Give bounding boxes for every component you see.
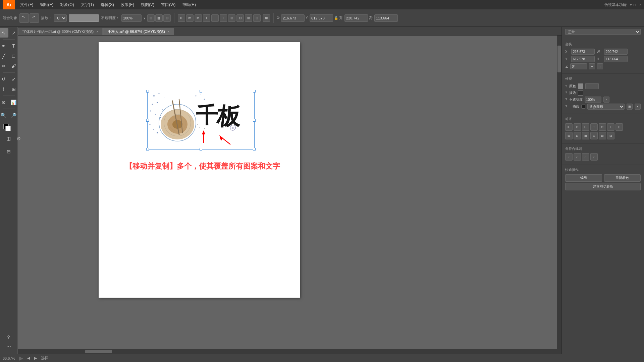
brush-tool[interactable]: 🖌 <box>9 61 18 71</box>
align-h-right[interactable]: ⊫ <box>195 14 202 22</box>
h-coord-input[interactable] <box>374 14 398 22</box>
dist-h-btn[interactable]: ⊞ <box>565 132 573 139</box>
menu-type[interactable]: 文字(T) <box>78 1 97 8</box>
line-tool[interactable]: ╱ <box>0 51 8 61</box>
group-btn[interactable]: 编组 <box>565 174 602 182</box>
tab-1[interactable]: 字体设计作品一组.ai @ 300% (CMYK/预览) × <box>18 28 103 35</box>
align-btn-2[interactable]: ▦ <box>155 14 163 22</box>
opacity-input[interactable] <box>121 14 142 22</box>
tab-1-close[interactable]: × <box>96 30 98 34</box>
zoom-tool[interactable]: 🔎 <box>9 111 18 120</box>
menu-object[interactable]: 对象(O) <box>57 1 76 8</box>
handle-ml[interactable] <box>146 119 149 122</box>
corner-btn-2[interactable]: ⌐ <box>574 153 581 161</box>
align-btn-3[interactable]: ⊟ <box>163 14 171 22</box>
align-center-v-btn[interactable]: ⊨ <box>599 123 606 131</box>
stroke-settings-btn[interactable]: ⊞ <box>627 104 633 110</box>
grid-btn[interactable]: ⊞ <box>263 14 270 22</box>
handle-mr[interactable] <box>253 119 256 122</box>
type-tool[interactable]: T <box>9 41 18 51</box>
align-v-center[interactable]: ⊥ <box>211 14 219 22</box>
dist-extra1-btn[interactable]: ⊞ <box>582 132 589 139</box>
stroke-preset-select[interactable]: 5 点圆形 <box>587 104 625 110</box>
tab-2-close[interactable]: × <box>168 30 170 34</box>
scale-tool[interactable]: ⤢ <box>9 74 18 84</box>
warp-tool[interactable]: ⌇ <box>0 84 8 94</box>
select-tool[interactable]: ↖ <box>0 28 8 38</box>
toolbar-color-input[interactable] <box>69 14 99 22</box>
tab-2[interactable]: 千板人.ai* @ 66.67% (CMYK/预览) × <box>103 28 174 35</box>
pen-tool[interactable]: ✒ <box>0 41 8 51</box>
opacity-value-input[interactable] <box>585 97 601 103</box>
handle-tl[interactable] <box>146 90 149 93</box>
transform-h-input[interactable] <box>604 56 628 62</box>
y-coord-input[interactable] <box>310 14 333 22</box>
dist-extra4-btn[interactable]: ⊟ <box>607 132 614 139</box>
handle-tm[interactable] <box>200 90 202 93</box>
direct-select-tool[interactable]: ↗ <box>9 28 18 38</box>
extra-tool-btn[interactable]: ⋯ <box>4 342 13 351</box>
select-mode-btn[interactable]: ↖ <box>19 13 29 23</box>
corner-btn-3[interactable]: ⌐ <box>582 153 589 161</box>
chart-tool[interactable]: 📊 <box>9 98 18 107</box>
align-center-h-btn[interactable]: ⊫ <box>574 123 581 131</box>
clipping-mask-btn[interactable]: 建立剪切蒙版 <box>565 183 641 190</box>
align-extra2[interactable]: ⊟ <box>253 14 261 22</box>
stroke-color[interactable] <box>5 126 11 131</box>
flip-v-btn[interactable]: ↕ <box>597 63 603 69</box>
transform-angle-input[interactable] <box>570 63 587 69</box>
w-coord-input[interactable] <box>344 14 368 22</box>
artwork-container[interactable]: 千 板 © <box>147 91 255 149</box>
corner-btn-1[interactable]: ⌐ <box>565 153 573 161</box>
fill-swatch[interactable] <box>578 83 583 89</box>
vertical-scrollbar[interactable] <box>557 36 561 354</box>
free-transform-tool[interactable]: ⊞ <box>9 84 18 94</box>
flip-h-btn[interactable]: ↔ <box>589 63 595 69</box>
handle-bl[interactable] <box>146 148 149 150</box>
color-mode-btn[interactable]: □ <box>0 134 3 143</box>
align-right-btn[interactable]: ⊩ <box>582 123 589 131</box>
menu-file[interactable]: 文件(F) <box>17 1 36 8</box>
dist-extra3-btn[interactable]: ⊞ <box>599 132 606 139</box>
gradient-mode-btn[interactable]: ◫ <box>4 134 13 143</box>
align-v-top[interactable]: ⊤ <box>203 14 210 22</box>
x-coord-input[interactable] <box>281 14 305 22</box>
align-h-left[interactable]: ⊪ <box>178 14 185 22</box>
symbol-tool[interactable]: ⊛ <box>0 98 8 107</box>
align-h-center[interactable]: ⊫ <box>186 14 194 22</box>
pencil-tool[interactable]: ✏ <box>0 61 8 71</box>
align-h-dist[interactable]: ⊟ <box>236 14 244 22</box>
menu-select[interactable]: 选择(S) <box>98 1 117 8</box>
menu-view[interactable]: 视图(V) <box>138 1 157 8</box>
corner-btn-4[interactable]: ⌐ <box>590 153 598 161</box>
align-extra-btn[interactable]: ⊟ <box>615 123 623 131</box>
help-tool-btn[interactable]: ? <box>4 333 13 342</box>
menu-effect[interactable]: 效果(E) <box>118 1 137 8</box>
stroke-swatch[interactable] <box>578 90 583 96</box>
recolor-btn[interactable]: 重新着色 <box>604 174 641 182</box>
transform-y-input[interactable] <box>571 56 595 62</box>
align-btn-1[interactable]: ⊞ <box>147 14 155 22</box>
blend-mode-select[interactable]: 正常 <box>565 29 641 35</box>
stroke-swatch-small[interactable] <box>581 105 585 109</box>
normal-screen-btn[interactable]: ⊟ <box>4 147 13 156</box>
dist-v-btn[interactable]: ⊟ <box>574 132 581 139</box>
transform-w-input[interactable] <box>604 49 628 55</box>
menu-edit[interactable]: 编辑(E) <box>37 1 56 8</box>
align-bottom-btn[interactable]: ⊥ <box>607 123 614 131</box>
rect-tool[interactable]: □ <box>9 51 18 61</box>
align-v-bottom[interactable]: ⊥ <box>220 14 227 22</box>
handle-br[interactable] <box>253 148 256 150</box>
select-mode-btn2[interactable]: ↗ <box>30 13 39 23</box>
none-mode-btn[interactable]: ⊘ <box>14 134 23 143</box>
fill-value-input[interactable] <box>585 83 599 89</box>
rotate-tool[interactable]: ↺ <box>0 74 8 84</box>
align-top-btn[interactable]: ⊤ <box>590 123 598 131</box>
toolbar-scale-select[interactable]: C <box>54 14 67 22</box>
stroke-delete-btn[interactable]: × <box>635 104 641 110</box>
opacity-arrow-btn[interactable]: › <box>603 97 609 103</box>
handle-tr[interactable] <box>253 90 256 93</box>
eyedropper-tool[interactable]: 🔍 <box>0 111 8 120</box>
opacity-arrow[interactable]: › <box>144 15 145 21</box>
dist-extra2-btn[interactable]: ⊟ <box>590 132 598 139</box>
